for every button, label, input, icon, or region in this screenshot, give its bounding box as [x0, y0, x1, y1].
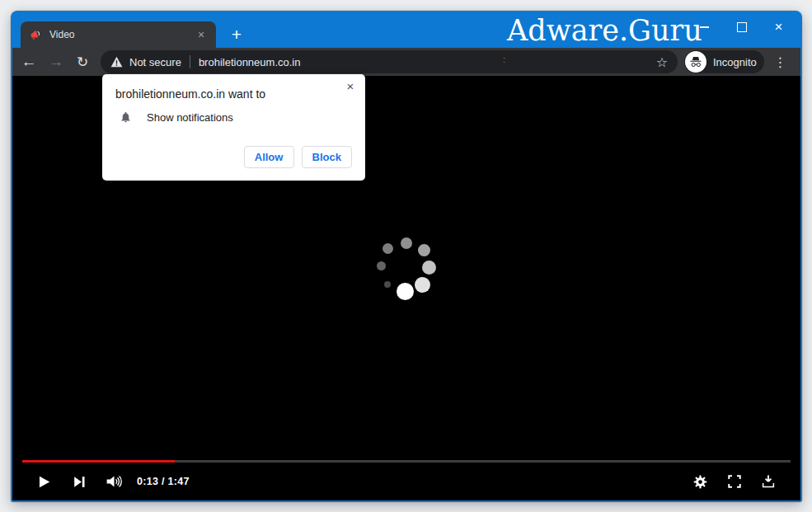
player-right-controls [692, 474, 776, 490]
permission-request-label: Show notifications [147, 111, 233, 124]
bookmark-star-icon[interactable]: ☆ [656, 54, 668, 70]
allow-button[interactable]: Allow [244, 146, 294, 168]
desktop-background: Video × + Adware.Guru × ← → ↻ [0, 0, 812, 512]
incognito-icon [685, 51, 706, 73]
address-bar[interactable]: Not secure brohiletionneum.co.in : ☆ [101, 50, 678, 73]
maximize-button[interactable] [723, 12, 760, 42]
menu-icon[interactable]: ⋮ [768, 54, 793, 70]
popup-close-icon[interactable]: × [343, 79, 358, 94]
minimize-button[interactable] [686, 12, 723, 42]
fullscreen-icon[interactable] [727, 474, 742, 489]
forward-button[interactable]: → [44, 49, 68, 74]
tab-close-icon[interactable]: × [195, 29, 208, 40]
spinner-dot [384, 281, 391, 288]
next-button[interactable] [72, 474, 87, 490]
download-icon[interactable] [761, 474, 776, 489]
spinner-dot [397, 283, 414, 300]
minimize-icon [700, 26, 709, 28]
notification-permission-popup: × brohiletionneum.co.in want to Show not… [102, 74, 365, 181]
not-secure-label[interactable]: Not secure [129, 56, 181, 68]
window-controls: × [686, 12, 797, 44]
incognito-label: Incognito [713, 56, 757, 68]
tab-title: Video [49, 29, 195, 40]
spinner-dot [401, 237, 412, 249]
play-button[interactable] [36, 474, 52, 490]
new-tab-button[interactable]: + [225, 23, 248, 46]
spinner-dot [418, 244, 430, 256]
reload-button[interactable]: ↻ [70, 49, 95, 74]
spinner-dot [377, 261, 386, 270]
megaphone-favicon-icon [29, 28, 42, 41]
watermark-title: Adware.Guru [507, 12, 692, 48]
volume-icon[interactable] [106, 474, 123, 489]
not-secure-warning-icon [110, 56, 123, 68]
omnibox-divider [190, 55, 190, 68]
popup-title: brohiletionneum.co.in want to [115, 87, 265, 101]
time-display: 0:13 / 1:47 [137, 476, 190, 487]
close-window-button[interactable]: × [760, 12, 797, 42]
browser-toolbar: ← → ↻ Not secure brohiletionneum.co.in :… [12, 48, 800, 76]
url-text[interactable]: brohiletionneum.co.in [199, 56, 301, 68]
block-button[interactable]: Block [302, 146, 352, 168]
bell-icon [120, 110, 132, 124]
back-button[interactable]: ← [16, 49, 41, 74]
spinner-dot [415, 277, 430, 293]
browser-window: Video × + Adware.Guru × ← → ↻ [11, 11, 802, 502]
permission-request-row: Show notifications [120, 110, 233, 124]
spinner-dot [422, 261, 436, 275]
player-controls: 0:13 / 1:47 [12, 463, 800, 500]
stray-colon-text: : [503, 54, 505, 64]
browser-tab[interactable]: Video × [21, 21, 216, 48]
settings-gear-icon[interactable] [692, 474, 708, 490]
window-titlebar: Video × + Adware.Guru × [12, 11, 800, 48]
spinner-dot [383, 243, 393, 254]
popup-buttons: Allow Block [244, 146, 352, 168]
incognito-badge: Incognito [684, 50, 764, 73]
maximize-icon [737, 22, 747, 32]
